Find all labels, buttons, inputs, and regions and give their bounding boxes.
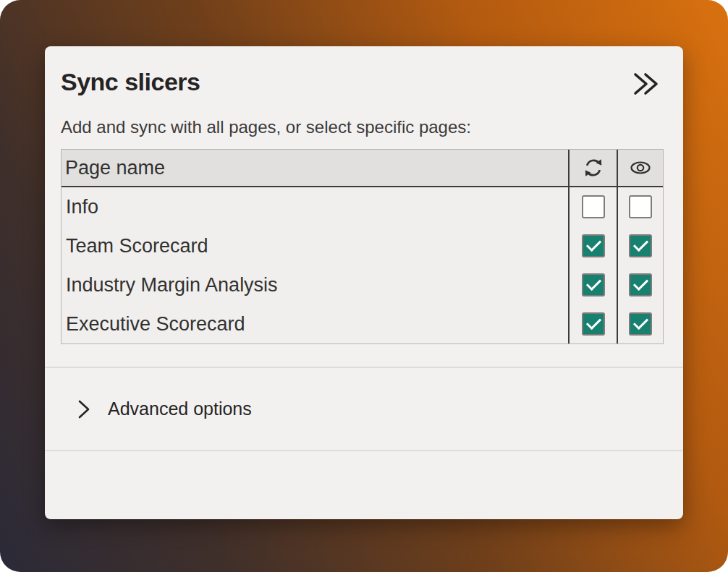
table-row-sync-cell <box>568 265 617 304</box>
visibility-checkbox[interactable] <box>629 234 652 257</box>
table-row-visibility-cell <box>617 304 663 343</box>
sync-checkbox[interactable] <box>582 312 605 336</box>
collapse-pane-button[interactable] <box>627 69 664 101</box>
visibility-checkbox[interactable] <box>629 273 652 296</box>
advanced-options-expander[interactable]: Advanced options <box>45 368 683 450</box>
column-header-visibility <box>617 150 663 187</box>
background-gradient: Sync slicers Add and sync with all pages… <box>0 0 728 572</box>
page-name-label: Executive Scorecard <box>62 304 568 343</box>
table-row-visibility-cell <box>617 226 663 265</box>
page-name-label: Info <box>62 187 568 226</box>
visibility-checkbox[interactable] <box>629 195 652 218</box>
chevron-right-icon <box>76 398 92 420</box>
advanced-options-label: Advanced options <box>108 398 252 419</box>
table-row-visibility-cell <box>617 265 663 304</box>
visibility-checkbox[interactable] <box>629 312 652 336</box>
page-title: Sync slicers <box>61 68 200 96</box>
sync-checkbox[interactable] <box>582 234 605 257</box>
table-row-sync-cell <box>568 226 617 265</box>
sync-pages-table: Page name <box>61 149 664 344</box>
sync-icon <box>583 157 604 179</box>
table-row-sync-cell <box>568 304 617 343</box>
eye-icon <box>630 161 651 175</box>
sync-slicers-panel: Sync slicers Add and sync with all pages… <box>45 46 683 519</box>
column-header-sync <box>568 150 617 187</box>
sync-checkbox[interactable] <box>582 195 605 218</box>
table-row-visibility-cell <box>617 187 663 226</box>
double-chevron-right-icon <box>630 71 661 97</box>
sync-checkbox[interactable] <box>582 273 605 296</box>
page-name-label: Team Scorecard <box>62 226 568 265</box>
divider <box>45 450 683 451</box>
table-row-sync-cell <box>568 187 617 226</box>
column-header-page-name: Page name <box>62 150 568 187</box>
page-name-label: Industry Margin Analysis <box>62 265 568 304</box>
pane-subtitle: Add and sync with all pages, or select s… <box>61 117 664 137</box>
